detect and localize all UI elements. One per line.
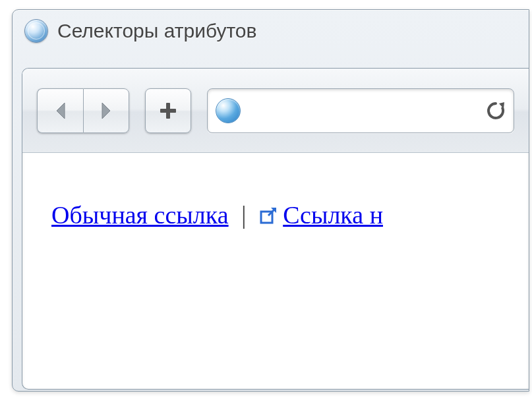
back-button[interactable] (37, 88, 83, 133)
window-title: Селекторы атрибутов (57, 20, 256, 42)
plus-icon (159, 102, 177, 120)
normal-link[interactable]: Обычная ссылка (51, 201, 229, 229)
globe-icon (216, 98, 241, 123)
separator: | (235, 201, 253, 229)
back-arrow-icon (54, 102, 67, 120)
toolbar (22, 69, 529, 153)
address-bar[interactable] (207, 88, 514, 133)
nav-button-group (37, 88, 129, 133)
reload-icon (486, 101, 506, 121)
forward-button[interactable] (83, 88, 129, 133)
external-link[interactable]: Ссылка н (283, 201, 383, 229)
svg-rect-3 (160, 109, 176, 113)
safari-icon (24, 19, 48, 43)
page-content: Обычная ссылка | Ссылка н (22, 153, 529, 243)
browser-window: Селекторы атрибутов (12, 9, 529, 392)
external-link-icon (259, 206, 278, 225)
newtab-button[interactable] (145, 88, 191, 133)
titlebar: Селекторы атрибутов (13, 10, 529, 55)
browser-frame: Обычная ссылка | Ссылка н (22, 68, 529, 390)
address-input[interactable] (247, 89, 479, 132)
forward-arrow-icon (100, 102, 113, 120)
svg-marker-1 (102, 103, 110, 119)
reload-button[interactable] (486, 101, 506, 121)
svg-marker-0 (57, 103, 65, 119)
